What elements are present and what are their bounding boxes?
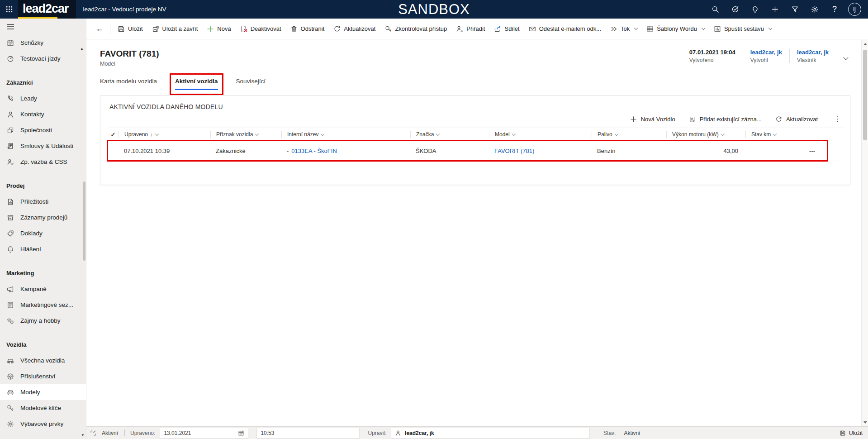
check-tasks-icon[interactable]: [725, 0, 745, 19]
footer-save-button[interactable]: Uložit: [840, 430, 868, 436]
new-button[interactable]: Nová: [202, 21, 235, 37]
help-icon[interactable]: ?: [825, 0, 844, 19]
sidebar-item-smlouvy-udalosti[interactable]: Smlouvy & Události: [0, 138, 86, 154]
sidebar-item-vybavove-prvky[interactable]: Výbavové prvky: [0, 416, 86, 432]
column-header-znacka[interactable]: Značka: [410, 131, 489, 138]
chevron-down-icon: [634, 26, 638, 30]
sidebar-scroll-down-icon[interactable]: ▼: [81, 433, 85, 437]
sidebar-item-schuzky[interactable]: Schůzky: [0, 35, 86, 51]
scrollbar-thumb[interactable]: [863, 50, 867, 140]
command-bar: ← Uložit Uložit a zavřít Nová Deaktivova…: [86, 19, 868, 39]
sidebar-item-vsechna-vozidla[interactable]: Všechna vozidla: [0, 353, 86, 368]
sidebar-scroll-up-icon[interactable]: ▲: [80, 47, 84, 51]
flow-button[interactable]: Tok: [606, 21, 642, 37]
cell-vykon: 43,00: [666, 148, 745, 154]
column-header-stav-km[interactable]: Stav km: [745, 131, 837, 138]
check-access-button[interactable]: Zkontrolovat přístup: [380, 21, 451, 37]
sidebar-item-doklady[interactable]: Doklady: [0, 225, 86, 241]
column-header-interni-nazev[interactable]: Interní název: [281, 131, 410, 138]
sidebar-item-label: Testovací jízdy: [20, 55, 61, 62]
sidebar-item-label: Výbavové prvky: [20, 420, 63, 427]
contract-icon: [6, 142, 14, 150]
quick-create-plus-icon[interactable]: [765, 0, 785, 19]
chevron-down-icon: [702, 26, 705, 30]
sidebar-item-zp-vazba-css[interactable]: Zp. vazba & CSS: [0, 154, 86, 170]
column-header-model[interactable]: Model: [489, 131, 592, 138]
sidebar-item-spolecnosti[interactable]: Společnosti: [0, 122, 86, 138]
more-commands-ellipsis-icon[interactable]: ⋮: [831, 115, 844, 123]
assign-button[interactable]: Přiřadit: [451, 21, 489, 37]
sidebar-item-prilezitosti[interactable]: Příležitosti: [0, 194, 86, 210]
refresh-button[interactable]: Aktualizovat: [329, 21, 380, 37]
email-link-button[interactable]: Odeslat e-mailem odk...: [524, 21, 606, 37]
tab-karta-modelu-vozidla[interactable]: Karta modelu vozidla: [100, 78, 157, 90]
sidebar-item-modely[interactable]: Modely: [0, 384, 86, 400]
clipboard-add-icon: [689, 116, 696, 123]
new-vehicle-button[interactable]: Nová Vozidlo: [630, 116, 675, 123]
lightbulb-icon[interactable]: [745, 0, 765, 19]
brand-logo[interactable]: lead2car: [18, 0, 76, 19]
main-content: ← Uložit Uložit a zavřít Nová Deaktivova…: [86, 19, 868, 439]
app-launcher-waffle-icon[interactable]: [0, 0, 18, 19]
key-icon: [6, 404, 14, 412]
gear-icon: [6, 420, 14, 428]
column-header-palivo[interactable]: Palivo: [592, 131, 666, 138]
sidebar-item-testovaci-jizdy[interactable]: Testovací jízdy: [0, 51, 86, 67]
settings-gear-icon[interactable]: [805, 0, 825, 19]
sidebar-item-modelove-klice[interactable]: Modelové klíče: [0, 400, 86, 416]
filter-icon[interactable]: [785, 0, 805, 19]
deactivate-button[interactable]: Deaktivovat: [236, 21, 286, 37]
save-button[interactable]: Uložit: [113, 21, 147, 37]
column-header-vykon-motoru[interactable]: Výkon motoru (kW): [666, 131, 745, 138]
chevron-down-icon: [614, 132, 618, 135]
tab-aktivni-vozidla[interactable]: Aktivní vozidla: [175, 78, 218, 90]
run-report-button[interactable]: Spustit sestavu: [709, 21, 776, 37]
scroll-down-icon[interactable]: [862, 419, 868, 425]
search-icon[interactable]: [705, 0, 725, 19]
sidebar-group-vozidla: Vozidla: [0, 337, 86, 353]
sidebar-item-zaznamy-prodeju[interactable]: Záznamy prodejů: [0, 210, 86, 225]
app-window: lead2car lead2car - Vedoucí prodeje NV S…: [0, 0, 868, 439]
modified-time-field[interactable]: 10:53: [256, 428, 360, 439]
scroll-up-icon[interactable]: [862, 41, 868, 47]
word-template-icon: [646, 25, 654, 33]
feedback-icon: [6, 158, 14, 166]
sidebar-item-kampane[interactable]: Kampaně: [0, 281, 86, 297]
share-button[interactable]: Sdílet: [489, 21, 524, 37]
sidebar-item-prislusenstvi[interactable]: Příslušenství: [0, 368, 86, 384]
user-avatar[interactable]: lj: [844, 0, 864, 19]
sidebar-item-kontakty[interactable]: Kontakty: [0, 106, 86, 122]
save-and-close-button[interactable]: Uložit a zavřít: [147, 21, 203, 37]
sidebar-item-leady[interactable]: Leady: [0, 91, 86, 106]
hamburger-menu-icon[interactable]: [0, 19, 86, 35]
model-link[interactable]: FAVORIT (781): [494, 148, 534, 154]
header-expand-chevron-icon[interactable]: [842, 53, 848, 61]
car-icon: [6, 357, 14, 364]
tab-souvisejici[interactable]: Související: [236, 78, 266, 90]
form-scrollbar[interactable]: [861, 40, 868, 426]
sidebar-scrollbar-thumb[interactable]: [83, 181, 85, 261]
sidebar-item-marketingove-sez[interactable]: Marketingové sez...: [0, 297, 86, 313]
cell-upraveno: 07.10.2021 10:39: [119, 148, 210, 154]
add-existing-record-button[interactable]: Přidat existující zázna...: [689, 116, 762, 123]
form-expand-icon[interactable]: [86, 430, 100, 436]
app-title[interactable]: lead2car - Vedoucí prodeje NV: [83, 6, 166, 13]
sidebar-item-label: Modelové klíče: [20, 405, 61, 411]
back-arrow-icon[interactable]: ←: [92, 21, 107, 37]
column-header-priznak-vozidla[interactable]: Příznak vozidla: [210, 131, 281, 138]
select-all-check-icon[interactable]: ✓: [111, 131, 116, 138]
table-row[interactable]: 07.10.2021 10:39 Zákaznické -0133EA - Šk…: [108, 141, 843, 161]
sidebar-item-zajmy-a-hobby[interactable]: Zájmy a hobby: [0, 313, 86, 329]
delete-button[interactable]: Odstranit: [286, 21, 329, 37]
modified-by-field[interactable]: lead2car, jk: [391, 428, 590, 439]
modified-date-field[interactable]: 13.01.2021: [160, 428, 248, 439]
sidebar-item-label: Hlášení: [20, 246, 41, 253]
column-header-upraveno[interactable]: Upraveno ↓: [119, 131, 210, 138]
interni-nazev-link[interactable]: 0133EA - ŠkoFIN: [291, 148, 337, 154]
record-entity-type: Model: [100, 61, 159, 67]
sidebar-item-hlaseni[interactable]: Hlášení: [0, 241, 86, 257]
refresh-subgrid-button[interactable]: Aktualizovat: [775, 116, 818, 123]
sidebar-item-label: Záznamy prodejů: [20, 214, 67, 221]
word-templates-button[interactable]: Šablony Wordu: [642, 21, 709, 37]
sitemap-sidebar: ▲ Schůzky Testovací jízdy Zákazníci Lead…: [0, 19, 86, 439]
